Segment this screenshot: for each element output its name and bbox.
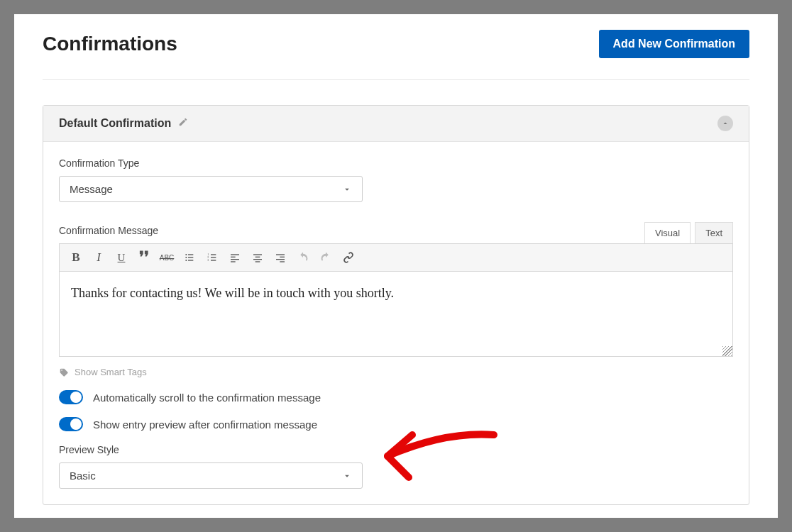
- align-right-button[interactable]: [270, 247, 291, 268]
- numbered-list-button[interactable]: 123: [202, 247, 223, 268]
- svg-rect-11: [211, 260, 216, 260]
- svg-rect-14: [231, 259, 239, 260]
- auto-scroll-toggle-row: Automatically scroll to the confirmation…: [59, 390, 733, 404]
- confirmation-message-editor[interactable]: Thanks for contacting us! We will be in …: [59, 272, 733, 357]
- add-new-confirmation-button[interactable]: Add New Confirmation: [599, 30, 749, 58]
- editor-tabs: Visual Text: [644, 222, 733, 243]
- editor-resize-handle[interactable]: [722, 346, 732, 356]
- align-center-button[interactable]: [247, 247, 268, 268]
- auto-scroll-toggle-label: Automatically scroll to the confirmation…: [93, 392, 321, 404]
- confirmation-panel: Default Confirmation Confirmation Type M…: [43, 105, 749, 505]
- page-header: Confirmations Add New Confirmation: [43, 30, 749, 80]
- preview-style-value: Basic: [70, 470, 96, 482]
- svg-rect-17: [255, 257, 260, 257]
- svg-rect-16: [253, 254, 262, 255]
- svg-rect-3: [188, 257, 193, 257]
- page-title: Confirmations: [43, 33, 177, 55]
- smart-tags-label: Show Smart Tags: [75, 367, 147, 377]
- svg-rect-7: [211, 254, 216, 255]
- svg-rect-9: [211, 257, 216, 257]
- svg-rect-23: [280, 261, 285, 262]
- svg-rect-5: [188, 260, 193, 260]
- preview-style-select[interactable]: Basic: [59, 462, 363, 489]
- svg-rect-19: [255, 261, 260, 262]
- svg-rect-20: [276, 254, 285, 255]
- show-preview-toggle-label: Show entry preview after confirmation me…: [93, 419, 317, 431]
- panel-header: Default Confirmation: [43, 106, 749, 142]
- show-smart-tags-link[interactable]: Show Smart Tags: [59, 367, 733, 377]
- blockquote-button[interactable]: ❜❜: [133, 247, 155, 268]
- svg-rect-15: [231, 261, 236, 262]
- tab-visual[interactable]: Visual: [644, 222, 691, 243]
- svg-point-4: [185, 260, 187, 261]
- align-left-button[interactable]: [224, 247, 246, 268]
- bold-button[interactable]: B: [65, 247, 87, 268]
- edit-icon[interactable]: [178, 117, 188, 130]
- auto-scroll-toggle[interactable]: [59, 390, 83, 404]
- confirmation-type-select[interactable]: Message: [59, 176, 363, 202]
- bullet-list-button[interactable]: [179, 247, 200, 268]
- strikethrough-button[interactable]: ABC: [156, 247, 177, 268]
- svg-rect-22: [276, 259, 285, 260]
- confirmation-type-value: Message: [70, 183, 113, 195]
- redo-button[interactable]: [315, 247, 336, 268]
- link-button[interactable]: [338, 247, 359, 268]
- confirmation-message-label: Confirmation Message: [59, 225, 158, 236]
- svg-rect-12: [231, 254, 239, 255]
- confirmation-type-label: Confirmation Type: [59, 157, 733, 169]
- editor-toolbar: B I U ❜❜ ABC 123: [59, 243, 733, 272]
- svg-rect-21: [280, 257, 285, 257]
- svg-rect-1: [188, 254, 193, 255]
- panel-body: Confirmation Type Message Confirmation M…: [43, 142, 749, 504]
- italic-button[interactable]: I: [88, 247, 109, 268]
- svg-text:3: 3: [207, 258, 209, 262]
- show-preview-toggle[interactable]: [59, 417, 83, 431]
- underline-button[interactable]: U: [111, 247, 132, 268]
- svg-point-0: [185, 254, 187, 255]
- tag-icon: [59, 367, 69, 377]
- show-preview-toggle-row: Show entry preview after confirmation me…: [59, 417, 733, 431]
- svg-point-2: [185, 257, 187, 258]
- tab-text[interactable]: Text: [695, 222, 733, 243]
- collapse-panel-button[interactable]: [717, 116, 733, 131]
- svg-rect-13: [231, 257, 236, 257]
- page-root: Confirmations Add New Confirmation Defau…: [14, 14, 778, 518]
- preview-style-label: Preview Style: [59, 444, 733, 455]
- panel-title: Default Confirmation: [59, 117, 171, 130]
- undo-button[interactable]: [292, 247, 314, 268]
- chevron-down-icon: [342, 471, 352, 481]
- svg-rect-18: [253, 259, 262, 260]
- chevron-down-icon: [342, 184, 352, 194]
- confirmation-message-content: Thanks for contacting us! We will be in …: [71, 286, 394, 300]
